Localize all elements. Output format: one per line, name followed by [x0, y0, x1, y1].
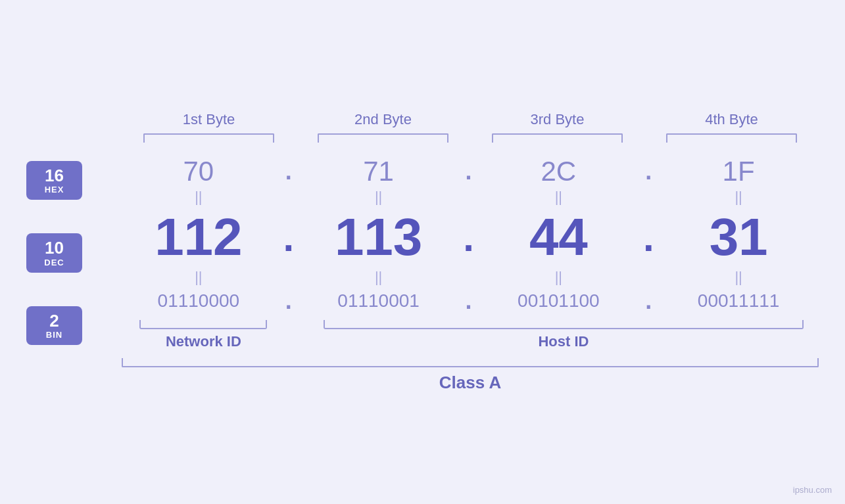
dec-dot-2: . [459, 215, 479, 260]
hex-byte-3: 2C [479, 156, 639, 187]
hex-byte-2: 71 [299, 156, 459, 187]
top-brackets-row [26, 133, 819, 143]
host-id-label: Host ID [308, 333, 819, 350]
top-bracket-2 [296, 133, 470, 143]
dec-byte-1: 112 [118, 207, 279, 267]
bin-byte-4: 00011111 [658, 290, 819, 311]
base-labels-column: 16 HEX 10 DEC 2 BIN [26, 156, 118, 350]
bin-byte-2: 01110001 [299, 290, 459, 311]
eq-4: || [658, 187, 819, 207]
class-section: Class A [26, 358, 819, 393]
hex-base-name: HEX [45, 185, 64, 195]
main-content-area: 16 HEX 10 DEC 2 BIN 70 . [26, 156, 819, 350]
equals-row-1: || || || || [118, 187, 819, 207]
eq-5: || [118, 267, 279, 287]
dec-byte-3: 44 [479, 207, 639, 267]
dot-1: . [279, 158, 299, 185]
dec-dot-3: . [639, 215, 658, 260]
network-bracket-container [118, 320, 289, 329]
eq-2: || [299, 187, 459, 207]
dec-byte-4: 31 [658, 207, 819, 267]
byte-header-1: 1st Byte [122, 111, 296, 128]
network-id-label: Network ID [118, 333, 289, 350]
hex-row: 70 . 71 . 2C . 1F [118, 156, 819, 187]
hex-byte-1: 70 [118, 156, 279, 187]
eq-3: || [479, 187, 639, 207]
bin-base-num: 2 [49, 311, 59, 331]
id-labels-row: Network ID Host ID [118, 333, 819, 350]
byte-headers-row: 1st Byte 2nd Byte 3rd Byte 4th Byte [26, 111, 819, 128]
eq-6: || [299, 267, 459, 287]
bin-row: 01110000 . 01110001 . 00101100 . 0001111… [118, 287, 819, 315]
dec-base-num: 10 [45, 239, 64, 258]
bin-byte-3: 00101100 [479, 290, 639, 311]
bin-dot-3: . [639, 287, 658, 315]
class-bracket [122, 358, 819, 367]
bottom-brackets-row [118, 320, 819, 329]
dec-badge: 10 DEC [26, 233, 82, 273]
network-bracket [139, 320, 267, 329]
bin-dot-2: . [459, 287, 479, 315]
hex-byte-4: 1F [658, 156, 819, 187]
bin-base-name: BIN [46, 330, 62, 340]
bin-byte-1: 01110000 [118, 290, 279, 311]
host-bracket [324, 320, 804, 329]
data-rows: 70 . 71 . 2C . 1F || || [118, 156, 819, 350]
hex-base-num: 16 [45, 166, 64, 185]
eq-8: || [658, 267, 819, 287]
top-bracket-3 [470, 133, 644, 143]
dot-2: . [459, 158, 479, 185]
byte-header-3: 3rd Byte [470, 111, 644, 128]
host-bracket-container [308, 320, 819, 329]
dec-row: 112 . 113 . 44 . 31 [118, 207, 819, 267]
eq-1: || [118, 187, 279, 207]
dec-dot-1: . [279, 215, 299, 260]
dec-base-name: DEC [44, 258, 64, 267]
hex-badge: 16 HEX [26, 161, 82, 200]
dec-byte-2: 113 [299, 207, 459, 267]
main-container: 1st Byte 2nd Byte 3rd Byte 4th Byte 16 H… [0, 0, 845, 504]
bin-badge: 2 BIN [26, 306, 82, 346]
top-bracket-1 [122, 133, 296, 143]
equals-row-2: || || || || [118, 267, 819, 287]
byte-header-4: 4th Byte [644, 111, 819, 128]
top-bracket-4 [644, 133, 819, 143]
dot-3: . [639, 158, 658, 185]
watermark: ipshu.com [793, 485, 832, 495]
bin-dot-1: . [279, 287, 299, 315]
eq-7: || [479, 267, 639, 287]
byte-header-2: 2nd Byte [296, 111, 470, 128]
class-label: Class A [122, 373, 819, 393]
